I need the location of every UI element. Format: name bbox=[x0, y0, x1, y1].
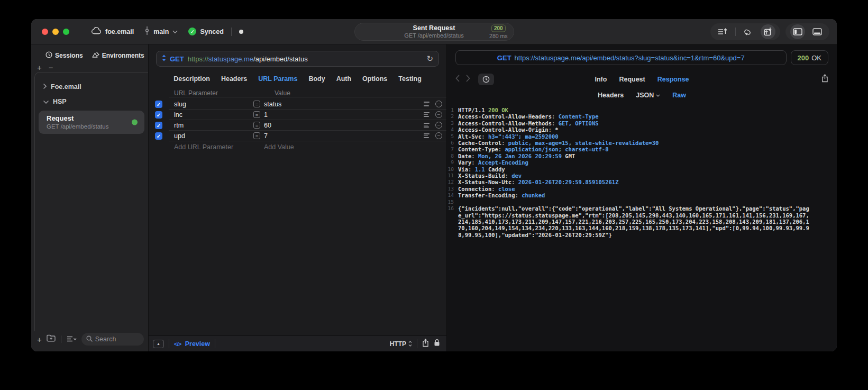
response-line: 8Date: Mon, 26 Jan 2026 20:29:59 GMT bbox=[447, 153, 837, 159]
export-response-icon[interactable] bbox=[821, 74, 828, 85]
param-name[interactable]: upd bbox=[174, 132, 253, 140]
line-number: 15 bbox=[447, 199, 458, 205]
history-forward-icon[interactable] bbox=[466, 75, 470, 84]
request-tab-body[interactable]: Body bbox=[308, 75, 325, 83]
branch-name[interactable]: main bbox=[153, 28, 169, 35]
remove-param-icon[interactable]: − bbox=[435, 101, 442, 107]
param-name[interactable]: rtm bbox=[174, 122, 253, 129]
sync-status-label[interactable]: Synced bbox=[200, 28, 223, 35]
sidebar-tab-sessions[interactable]: Sessions bbox=[45, 51, 83, 60]
response-body[interactable]: 1HTTP/1.1 200 OK2Access-Control-Allow-He… bbox=[447, 102, 837, 351]
sent-request-url-pill[interactable]: GET https://statuspage.me/api/embed/stat… bbox=[455, 50, 787, 65]
send-refresh-icon[interactable]: ↻ bbox=[426, 54, 433, 64]
request-tab-description[interactable]: Description bbox=[173, 75, 210, 83]
remove-param-icon[interactable]: − bbox=[435, 132, 442, 139]
new-folder-icon[interactable] bbox=[47, 334, 56, 344]
param-enabled-checkbox[interactable]: ✓ bbox=[155, 132, 162, 140]
param-value[interactable]: status bbox=[264, 101, 424, 108]
project-name[interactable]: foe.email bbox=[105, 28, 134, 35]
method-stepper-icon[interactable] bbox=[162, 55, 166, 63]
response-subtab-headers[interactable]: Headers bbox=[598, 92, 624, 99]
history-back-icon[interactable] bbox=[455, 75, 460, 84]
param-name[interactable]: slug bbox=[174, 101, 253, 108]
param-name[interactable]: inc bbox=[174, 111, 253, 119]
collapse-panel-button[interactable]: ▲ bbox=[153, 340, 164, 348]
activity-pill[interactable]: Sent Request GET /api/embed/status 200 2… bbox=[354, 23, 514, 41]
request-tab-options[interactable]: Options bbox=[362, 75, 387, 83]
line-number: 4 bbox=[447, 126, 458, 133]
line-number: 13 bbox=[447, 186, 458, 192]
param-row-inc: ✓inc=1− bbox=[149, 110, 446, 120]
param-enabled-checkbox[interactable]: ✓ bbox=[155, 101, 162, 108]
param-enabled-checkbox[interactable]: ✓ bbox=[155, 122, 162, 129]
request-tab-auth[interactable]: Auth bbox=[336, 75, 351, 83]
request-tab-testing[interactable]: Testing bbox=[398, 75, 422, 83]
param-value[interactable]: 7 bbox=[264, 132, 424, 140]
branch-icon bbox=[144, 26, 150, 37]
tree-item-foe-email[interactable]: Foe.email bbox=[39, 79, 144, 94]
close-window-button[interactable] bbox=[42, 29, 48, 35]
line-number: 3 bbox=[447, 120, 458, 126]
response-tab-request[interactable]: Request bbox=[619, 76, 645, 83]
share-icon[interactable] bbox=[422, 339, 429, 349]
lock-icon[interactable] bbox=[434, 339, 440, 349]
request-footer-bar: ▲ </> Preview HTTP bbox=[149, 335, 446, 351]
synced-check-icon: ✓ bbox=[188, 28, 196, 35]
add-value-placeholder[interactable]: Add Value bbox=[264, 143, 294, 151]
param-value[interactable]: 1 bbox=[264, 111, 424, 119]
request-tabs: DescriptionHeadersURL ParamsBodyAuthOpti… bbox=[149, 70, 446, 87]
add-parameter-placeholder[interactable]: Add URL Parameter bbox=[174, 143, 253, 151]
request-method[interactable]: GET bbox=[170, 55, 184, 63]
response-tab-info[interactable]: Info bbox=[595, 76, 607, 83]
layout-bottombar-icon[interactable] bbox=[810, 24, 825, 39]
param-options-icon[interactable] bbox=[424, 102, 430, 106]
sidebar-tab-environments[interactable]: Environments bbox=[92, 51, 144, 60]
request-list-item-selected[interactable]: Request GET /api/embed/status bbox=[39, 111, 144, 134]
response-subtab-raw[interactable]: Raw bbox=[672, 92, 686, 99]
param-options-icon[interactable] bbox=[424, 112, 430, 117]
minimize-window-button[interactable] bbox=[52, 29, 59, 35]
add-session-button[interactable]: + bbox=[37, 63, 42, 72]
zoom-window-button[interactable] bbox=[63, 29, 69, 35]
request-tab-headers[interactable]: Headers bbox=[221, 75, 247, 83]
response-subtab-json[interactable]: JSON bbox=[636, 92, 660, 99]
response-tabs: InfoRequestResponse bbox=[595, 76, 689, 83]
search-input[interactable]: Search bbox=[81, 333, 144, 346]
protocol-select[interactable]: HTTP bbox=[390, 340, 412, 348]
history-clock-button[interactable] bbox=[478, 74, 494, 85]
preview-button[interactable]: </> Preview bbox=[174, 340, 210, 348]
line-number: 14 bbox=[447, 192, 458, 198]
titlebar-divider bbox=[231, 28, 232, 36]
param-options-icon[interactable] bbox=[424, 123, 430, 128]
line-number: 8 bbox=[447, 153, 458, 159]
param-row-rtm: ✓rtm=60− bbox=[149, 120, 446, 131]
param-enabled-checkbox[interactable]: ✓ bbox=[155, 111, 162, 119]
layout-sidebar-icon[interactable] bbox=[790, 24, 805, 39]
response-line: 1HTTP/1.1 200 OK bbox=[447, 107, 837, 113]
new-request-button[interactable]: + bbox=[37, 335, 42, 343]
remove-param-icon[interactable]: − bbox=[435, 122, 442, 129]
remove-param-icon[interactable]: − bbox=[435, 111, 442, 118]
tree-item-label: Foe.email bbox=[51, 83, 81, 90]
line-number: 12 bbox=[447, 179, 458, 185]
response-tab-response[interactable]: Response bbox=[657, 76, 689, 83]
request-url-bar[interactable]: GET https://statuspage.me/api/embed/stat… bbox=[156, 51, 439, 67]
param-value[interactable]: 60 bbox=[264, 122, 424, 129]
app-window: foe.email main ✓ Synced Sent Request GET… bbox=[31, 19, 837, 351]
toolbar-group-actions bbox=[710, 23, 780, 40]
response-line: 14Transfer-Encoding: chunked bbox=[447, 192, 837, 198]
import-export-icon[interactable] bbox=[761, 24, 775, 39]
response-subtabs: HeadersJSONRaw bbox=[447, 88, 837, 102]
param-options-icon[interactable] bbox=[424, 133, 430, 138]
response-line: 2Access-Control-Allow-Headers: Content-T… bbox=[447, 113, 837, 120]
chevron-down-icon[interactable] bbox=[172, 28, 178, 35]
sync-flow-icon[interactable] bbox=[741, 24, 756, 39]
sort-options-icon[interactable] bbox=[67, 334, 77, 344]
response-line: 15 bbox=[447, 199, 837, 205]
tasks-list-icon[interactable] bbox=[715, 24, 730, 39]
param-add-row[interactable]: Add URL Parameter Add Value bbox=[149, 141, 446, 152]
request-tab-url-params[interactable]: URL Params bbox=[258, 75, 297, 83]
tree-item-hsp[interactable]: HSP bbox=[39, 94, 144, 109]
remove-session-button[interactable]: − bbox=[49, 63, 53, 72]
request-url[interactable]: https://statuspage.me/api/embed/status bbox=[188, 55, 308, 63]
